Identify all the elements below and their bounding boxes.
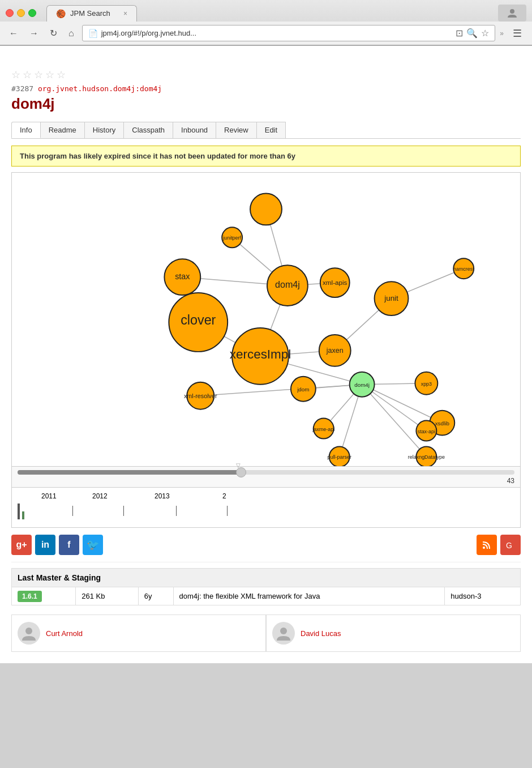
star-1[interactable]: ☆ [11,69,20,81]
artifact-id: #3287 org.jvnet.hudson.dom4j:dom4j [11,84,521,93]
back-button[interactable]: ← [6,27,22,40]
right-action-icons: G [477,535,521,555]
rss-icon[interactable] [477,535,497,555]
timeline-tick-2 [227,506,228,516]
star-2[interactable]: ☆ [23,69,32,81]
contributor-1-name[interactable]: Curt Arnold [46,629,83,638]
svg-text:junit: junit [384,294,398,302]
build-cell: hudson-3 [445,587,521,605]
tab-history[interactable]: History [84,122,124,138]
social-icons: g+ in f 🐦 [11,535,103,555]
google-plus-button[interactable]: g+ [11,535,32,555]
svg-text:clover: clover [181,313,216,327]
svg-text:jaxme-api: jaxme-api [312,426,334,432]
timeline-year-2012: 2012 [92,492,108,500]
slider-value: 43 [18,477,514,485]
zoom-slider-track[interactable]: ▽ [18,470,514,475]
more-icon: » [500,29,504,37]
contributor-2-name[interactable]: David Lucas [301,629,341,638]
close-button[interactable] [6,9,14,17]
tab-edit[interactable]: Edit [256,122,286,138]
last-master-header: Last Master & Staging [12,569,521,587]
tab-title: JPM Search [70,9,110,18]
tab-info[interactable]: Info [11,122,41,138]
svg-text:xpp3: xpp3 [421,381,432,387]
tab-navigation: Info Readme History Classpath Inbound Re… [11,122,521,139]
contributor-2: David Lucas [266,615,521,652]
star-3[interactable]: ☆ [34,69,43,81]
tab-close-button[interactable]: × [123,10,127,18]
svg-text:relaxngDatatype: relaxngDatatype [408,454,445,460]
nav-bar: ← → ↻ ⌂ 📄 jpm4j.org/#!/p/org.jvnet.hud..… [0,22,532,45]
address-bar[interactable]: 📄 jpm4j.org/#!/p/org.jvnet.hud... ⊡ 🔍 ☆ [82,25,496,41]
profile-icon [498,5,526,22]
svg-line-3 [200,385,362,396]
contributor-1-avatar [18,622,40,645]
contributors-section: Curt Arnold David Lucas [11,615,521,652]
tab-readme[interactable]: Readme [40,122,85,138]
svg-point-39 [250,193,282,225]
minimize-button[interactable] [17,9,25,17]
timeline-tick-2013 [176,506,177,516]
svg-text:stax: stax [175,272,190,281]
zoom-slider-thumb[interactable] [236,467,246,477]
svg-text:dom4j: dom4j [354,382,370,388]
address-text: jpm4j.org/#!/p/org.jvnet.hud... [101,29,453,37]
expiry-warning: This program has likely expired since it… [11,146,521,167]
timeline-tick-2012 [123,506,124,516]
svg-text:pull-parser: pull-parser [328,454,351,460]
svg-text:jdom: jdom [297,386,309,392]
svg-text:stax-api: stax-api [418,429,435,434]
svg-text:dom4j: dom4j [275,279,300,289]
tab-favicon-icon: 🏀 [56,9,66,18]
linkedin-button[interactable]: in [35,535,55,555]
tab-review[interactable]: Review [216,122,257,138]
age-cell: 6y [138,587,173,605]
refresh-button[interactable]: ↻ [46,27,61,40]
artifact-full-id-link[interactable]: org.jvnet.hudson.dom4j:dom4j [38,84,162,93]
home-button[interactable]: ⌂ [65,27,78,40]
tab-inbound[interactable]: Inbound [173,122,216,138]
size-cell: 261 Kb [76,587,139,605]
menu-button[interactable]: ☰ [508,26,526,41]
svg-text:hamcrest: hamcrest [453,266,474,272]
tab-classpath[interactable]: Classpath [123,122,173,138]
svg-text:xsdlib: xsdlib [435,420,450,426]
facebook-button[interactable]: f [59,535,79,555]
svg-point-58 [25,628,32,634]
header-row: ☆ ☆ ☆ ☆ ☆ #3287 org.jvnet.hudson.dom4j:d… [11,69,521,113]
traffic-lights [6,9,36,17]
star-rating[interactable]: ☆ ☆ ☆ ☆ ☆ [11,69,521,81]
timeline-tick-2011 [72,506,73,516]
timeline-area: 2011 2012 2013 2 [11,488,521,528]
contributor-2-avatar [272,622,295,645]
timeline-year-2: 2 [222,492,226,500]
contributor-1: Curt Arnold [11,615,266,652]
maximize-button[interactable] [28,9,36,17]
last-master-table: Last Master & Staging 1.6.1 261 Kb 6y do… [11,568,521,605]
slider-area: ▽ 43 [11,467,521,488]
svg-text:junitperf: junitperf [222,235,241,241]
timeline-year-2011: 2011 [41,492,57,500]
twitter-button[interactable]: 🐦 [83,535,103,555]
cast-icon: ⊡ [456,28,463,39]
tab-bar: 🏀 JPM Search × [46,5,137,22]
forward-button[interactable]: → [26,27,42,40]
svg-point-56 [483,547,485,549]
dependency-graph[interactable]: dom4jxercesImpldom4jjaxencloverstaxxml-a… [11,172,521,467]
slider-arrow-icon: ▽ [236,462,241,468]
zoom-icon: 🔍 [466,28,478,39]
svg-text:G: G [506,541,512,550]
google-maps-icon[interactable]: G [500,535,521,555]
browser-tab[interactable]: 🏀 JPM Search × [46,5,137,22]
version-cell: 1.6.1 [12,587,76,605]
timeline-labels: 2011 2012 2013 2 [41,492,514,520]
star-4[interactable]: ☆ [45,69,54,81]
version-badge: 1.6.1 [18,591,42,602]
svg-point-0 [510,9,514,14]
star-5[interactable]: ☆ [57,69,66,81]
description-cell: dom4j: the flexible XML framework for Ja… [173,587,445,605]
social-area: g+ in f 🐦 G [11,528,521,562]
timeline-bar-1 [18,504,20,519]
svg-point-59 [280,628,287,634]
